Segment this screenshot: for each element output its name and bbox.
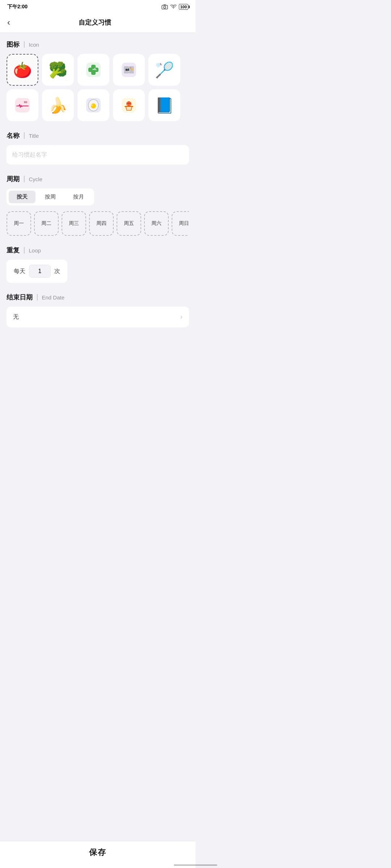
svg-rect-9 bbox=[129, 71, 134, 73]
camera-icon bbox=[161, 4, 168, 9]
loop-prefix: 每天 bbox=[14, 268, 25, 275]
loop-label-en: Loop bbox=[29, 247, 41, 254]
tab-by-week[interactable]: 按周 bbox=[37, 191, 64, 203]
icon-broccoli[interactable]: 🥦 bbox=[42, 54, 74, 86]
icon-label-cn: 图标 bbox=[7, 40, 20, 49]
svg-text:📷: 📷 bbox=[125, 67, 130, 71]
cycle-section-header: 周期 Cycle bbox=[7, 175, 189, 183]
name-section-header: 名称 Title bbox=[7, 131, 189, 140]
loop-suffix: 次 bbox=[54, 268, 60, 275]
day-mon[interactable]: 周一 bbox=[7, 211, 31, 236]
icon-banana[interactable]: 🍌 bbox=[42, 89, 74, 121]
end-date-section: 结束日期 End Date 无 › bbox=[7, 293, 189, 327]
svg-point-16 bbox=[91, 103, 96, 109]
day-wed[interactable]: 周三 bbox=[62, 211, 86, 236]
chevron-right-icon: › bbox=[180, 313, 182, 321]
icon-section-header: 图标 Icon bbox=[7, 40, 189, 49]
back-button[interactable]: ‹ bbox=[7, 17, 10, 27]
day-sat[interactable]: 周六 bbox=[144, 211, 169, 236]
wifi-icon bbox=[170, 4, 177, 9]
status-time: 下午2:00 bbox=[7, 4, 28, 10]
page-title: 自定义习惯 bbox=[14, 18, 176, 27]
cycle-label-en: Cycle bbox=[29, 176, 43, 182]
name-label-cn: 名称 bbox=[7, 131, 20, 140]
icon-basketball[interactable] bbox=[113, 89, 145, 121]
svg-point-1 bbox=[164, 6, 166, 8]
day-thu[interactable]: 周四 bbox=[89, 211, 114, 236]
svg-text:✏️: ✏️ bbox=[130, 67, 134, 71]
status-bar: 下午2:00 100 bbox=[0, 0, 196, 13]
name-section: 名称 Title bbox=[7, 131, 189, 165]
habit-name-input[interactable] bbox=[7, 145, 189, 165]
icon-egg[interactable] bbox=[77, 89, 109, 121]
loop-count-input[interactable] bbox=[29, 265, 51, 278]
end-date-label-cn: 结束日期 bbox=[7, 293, 33, 302]
end-date-label-en: End Date bbox=[42, 294, 65, 301]
icon-divider bbox=[24, 41, 25, 48]
name-divider bbox=[24, 132, 25, 139]
icon-game[interactable]: 📷 ✏️ bbox=[113, 54, 145, 86]
nav-bar: ‹ 自定义习惯 bbox=[0, 13, 196, 33]
icon-badminton[interactable]: 🏸 bbox=[148, 54, 180, 86]
loop-divider bbox=[24, 247, 25, 254]
tab-by-month[interactable]: 按月 bbox=[65, 191, 92, 203]
svg-rect-12 bbox=[15, 98, 30, 112]
loop-section-header: 重复 Loop bbox=[7, 246, 189, 255]
name-label-en: Title bbox=[29, 133, 39, 139]
svg-rect-8 bbox=[124, 71, 129, 73]
icon-health[interactable] bbox=[77, 54, 109, 86]
svg-text:90: 90 bbox=[24, 101, 27, 104]
icon-section: 图标 Icon 🍅 🥦 bbox=[7, 40, 189, 121]
icon-heartrate[interactable]: 90 bbox=[7, 89, 38, 121]
tab-by-day[interactable]: 按天 bbox=[9, 191, 35, 203]
icon-book[interactable]: 📘 bbox=[148, 89, 180, 121]
svg-rect-4 bbox=[88, 68, 98, 72]
cycle-divider bbox=[24, 176, 25, 182]
loop-section: 重复 Loop 每天 次 bbox=[7, 246, 189, 283]
icon-label-en: Icon bbox=[29, 42, 39, 48]
end-date-section-header: 结束日期 End Date bbox=[7, 293, 189, 302]
loop-row: 每天 次 bbox=[7, 260, 67, 283]
day-tue[interactable]: 周二 bbox=[34, 211, 59, 236]
day-fri[interactable]: 周五 bbox=[117, 211, 141, 236]
icon-grid: 🍅 🥦 📷 ✏️ bbox=[7, 54, 189, 121]
cycle-label-cn: 周期 bbox=[7, 175, 20, 183]
end-date-divider bbox=[37, 294, 38, 301]
main-content: 图标 Icon 🍅 🥦 bbox=[0, 33, 196, 381]
cycle-section: 周期 Cycle 按天 按周 按月 周一 周二 周三 周四 周五 周六 周日 bbox=[7, 175, 189, 236]
loop-label-cn: 重复 bbox=[7, 246, 20, 255]
battery-indicator: 100 bbox=[179, 4, 188, 10]
cycle-tab-group: 按天 按周 按月 bbox=[7, 188, 94, 205]
status-icons: 100 bbox=[161, 4, 188, 10]
end-date-picker[interactable]: 无 › bbox=[7, 307, 189, 327]
icon-tomato[interactable]: 🍅 bbox=[7, 54, 38, 86]
end-date-value: 无 bbox=[13, 313, 19, 321]
day-button-group: 周一 周二 周三 周四 周五 周六 周日 bbox=[7, 211, 189, 236]
svg-point-17 bbox=[91, 105, 93, 106]
day-sun[interactable]: 周日 bbox=[172, 211, 189, 236]
